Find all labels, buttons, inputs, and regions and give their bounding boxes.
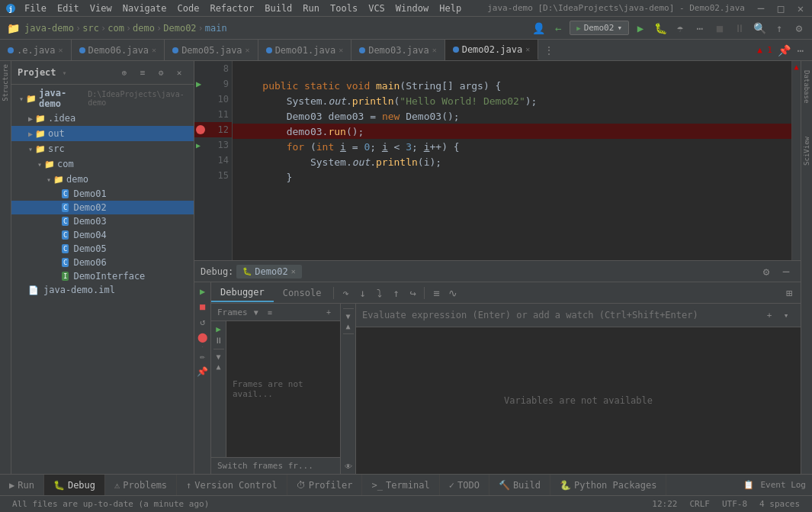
- bottom-tab-vcs[interactable]: ↑ Version Control: [177, 475, 287, 495]
- event-log-icon[interactable]: 📋: [740, 477, 757, 494]
- code-editor[interactable]: public static void main(String[] args) {…: [233, 61, 791, 260]
- line-separator-display[interactable]: CRLF: [683, 499, 716, 509]
- breadcrumb-class[interactable]: Demo02: [163, 23, 196, 34]
- tab-close-icon[interactable]: ✕: [152, 46, 156, 54]
- run-to-cursor-icon[interactable]: ↪: [404, 285, 421, 301]
- maximize-button[interactable]: □: [772, 0, 789, 17]
- resume-icon[interactable]: ▶: [197, 285, 209, 298]
- bottom-tab-problems[interactable]: ⚠ Problems: [105, 475, 177, 495]
- vars-down-icon[interactable]: ▼: [345, 312, 350, 320]
- vars-up-icon[interactable]: ▲: [345, 322, 350, 330]
- tree-item-demo[interactable]: ▾ 📁 demo: [11, 172, 194, 187]
- menu-view[interactable]: View: [85, 2, 117, 15]
- tab-debugger[interactable]: Debugger: [211, 284, 274, 302]
- frames-sort-icon[interactable]: ≡: [265, 307, 275, 317]
- resume-small-icon[interactable]: ▶: [216, 324, 221, 334]
- bottom-tab-run[interactable]: ▶ Run: [0, 475, 44, 495]
- bottom-tab-python[interactable]: 🐍 Python Packages: [550, 475, 666, 495]
- menu-window[interactable]: Window: [391, 2, 433, 15]
- coverage-button[interactable]: ☂: [672, 20, 688, 37]
- project-dropdown-icon[interactable]: ▾: [63, 69, 67, 77]
- debug-minimize-icon[interactable]: ─: [778, 263, 794, 280]
- menu-refactor[interactable]: Refactor: [205, 2, 258, 15]
- restore-layout-icon[interactable]: ⊞: [781, 285, 798, 301]
- pause-button[interactable]: ⏸: [731, 20, 748, 37]
- stop-debug-icon[interactable]: ■: [197, 301, 209, 313]
- menu-build[interactable]: Build: [260, 2, 297, 15]
- breadcrumb-method[interactable]: main: [205, 23, 227, 34]
- tab-close-icon[interactable]: ✕: [525, 45, 530, 53]
- tree-item-demo01[interactable]: C Demo01: [11, 187, 194, 201]
- breadcrumb-demo[interactable]: demo: [133, 23, 155, 34]
- close-button[interactable]: ✕: [792, 0, 809, 17]
- collapse-all-icon[interactable]: ≡: [134, 64, 151, 81]
- charset-display[interactable]: UTF-8: [716, 499, 753, 509]
- sciview-panel-label[interactable]: SciView: [801, 130, 812, 172]
- run-config-dropdown[interactable]: ▶ Demo02 ▾: [570, 21, 629, 35]
- down-arrow-icon[interactable]: ▼: [216, 353, 220, 361]
- debug-settings-icon[interactable]: ⚙: [758, 263, 775, 280]
- menu-file[interactable]: File: [20, 2, 51, 15]
- bottom-tab-build[interactable]: 🔨 Build: [489, 475, 550, 495]
- breadcrumb-com[interactable]: com: [108, 23, 124, 34]
- watch-dropdown-icon[interactable]: ▾: [778, 307, 794, 324]
- bottom-tab-todo[interactable]: ✓ TODO: [440, 475, 489, 495]
- breadcrumb-project[interactable]: java-demo: [24, 23, 74, 34]
- menu-tools[interactable]: Tools: [326, 2, 362, 15]
- frames-add-icon[interactable]: +: [323, 307, 334, 317]
- mute-breakpoints-icon[interactable]: ⬤: [197, 331, 209, 343]
- tab-demo06[interactable]: Demo06.java ✕: [72, 40, 165, 60]
- tree-item-demo02[interactable]: C Demo02: [11, 201, 194, 214]
- tab-more[interactable]: ⋮: [538, 40, 560, 60]
- tab-close-icon[interactable]: ✕: [59, 46, 63, 54]
- sort-icon[interactable]: ⚙: [152, 64, 169, 81]
- step-into-icon[interactable]: ↓: [354, 285, 371, 301]
- eval-expression-input[interactable]: [362, 310, 761, 320]
- frames-filter-icon[interactable]: ▼: [251, 307, 262, 317]
- debug-button[interactable]: 🐛: [652, 20, 669, 37]
- add-watch-icon[interactable]: +: [761, 307, 778, 324]
- rerun-icon[interactable]: ↺: [197, 316, 209, 328]
- bottom-tab-debug[interactable]: 🐛 Debug: [44, 475, 105, 495]
- tree-item-iml[interactable]: 📄 java-demo.iml: [11, 283, 194, 297]
- menu-code[interactable]: Code: [173, 2, 204, 15]
- tab-close-icon[interactable]: ✕: [246, 46, 250, 54]
- settings-debug-icon[interactable]: ✏: [197, 350, 209, 362]
- tree-item-demo05[interactable]: C Demo05: [11, 242, 194, 256]
- indent-display[interactable]: 4 spaces: [753, 499, 806, 509]
- menu-edit[interactable]: Edit: [53, 2, 84, 15]
- editor-scrollbar[interactable]: ▲: [791, 61, 801, 260]
- menu-run[interactable]: Run: [298, 2, 324, 15]
- bottom-tab-profiler[interactable]: ⏱ Profiler: [287, 475, 363, 495]
- database-panel-label[interactable]: Database: [801, 64, 812, 109]
- tree-item-com[interactable]: ▾ 📁 com: [11, 156, 194, 172]
- tab-console[interactable]: Console: [274, 285, 331, 301]
- menu-help[interactable]: Help: [435, 2, 466, 15]
- tree-item-root[interactable]: ▾ 📁 java-demo D:\IdeaProjects\java-demo: [11, 86, 194, 111]
- force-step-into-icon[interactable]: ⤵: [371, 285, 387, 301]
- project-view-icon[interactable]: 📁: [5, 20, 21, 37]
- debug-session-tab[interactable]: 🐛 Demo02 ✕: [236, 265, 301, 279]
- eval-expr-icon[interactable]: ≡: [428, 285, 445, 301]
- vcs-update-icon[interactable]: 👤: [530, 20, 547, 37]
- search-button[interactable]: 🔍: [751, 20, 768, 37]
- run-button[interactable]: ▶: [632, 20, 649, 37]
- editor-settings-icon[interactable]: ⋯: [792, 42, 809, 59]
- tab-demo02[interactable]: Demo02.java ✕: [445, 40, 539, 60]
- debug-session-close[interactable]: ✕: [291, 267, 296, 275]
- pin-icon[interactable]: 📌: [197, 365, 209, 378]
- tree-item-demointerface[interactable]: I DemoInterface: [11, 269, 194, 283]
- tree-item-demo03[interactable]: C Demo03: [11, 214, 194, 228]
- event-log-label[interactable]: Event Log: [760, 480, 806, 490]
- breadcrumb-src[interactable]: src: [82, 23, 99, 34]
- tree-item-demo04[interactable]: C Demo04: [11, 228, 194, 242]
- locate-file-icon[interactable]: ⊕: [116, 64, 133, 81]
- trace-icon[interactable]: ∿: [445, 285, 461, 301]
- minimize-button[interactable]: ─: [753, 0, 769, 17]
- settings-icon[interactable]: ⚙: [791, 20, 807, 37]
- more-run-icon[interactable]: ⋯: [692, 20, 708, 37]
- vcs-arrow-icon[interactable]: ←: [550, 20, 566, 37]
- update-icon[interactable]: ↑: [771, 20, 788, 37]
- menu-navigate[interactable]: Navigate: [118, 2, 172, 15]
- up-arrow-icon[interactable]: ▲: [216, 362, 220, 371]
